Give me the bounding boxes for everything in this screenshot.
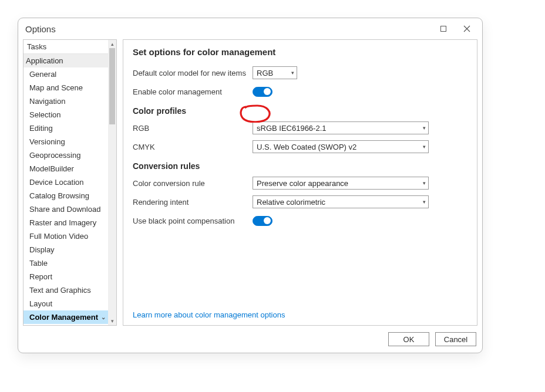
svg-rect-0 (441, 26, 446, 32)
sidebar-item-map-and-scene[interactable]: Map and Scene (23, 81, 108, 94)
dialog-footer: OK Cancel (18, 326, 482, 353)
conversion-rules-heading: Conversion rules (133, 161, 467, 171)
sidebar-item-device-location[interactable]: Device Location (23, 175, 108, 189)
rendering-intent-select[interactable]: Relative colorimetric ▾ (253, 195, 429, 208)
rendering-intent-value: Relative colorimetric (257, 198, 325, 207)
row-color-conversion-rule: Color conversion rule Preserve color app… (133, 175, 467, 191)
row-enable-color-management: Enable color management (133, 84, 467, 99)
color-conversion-rule-select[interactable]: Preserve color appearance ▾ (253, 177, 429, 190)
window-title: Options (25, 24, 432, 34)
sidebar-item-tasks[interactable]: Tasks (23, 40, 108, 54)
row-cmyk-profile: CMYK U.S. Web Coated (SWOP) v2 ▾ (133, 139, 467, 154)
cmyk-profile-value: U.S. Web Coated (SWOP) v2 (257, 143, 356, 151)
sidebar-item-raster-and-imagery[interactable]: Raster and Imagery (23, 216, 108, 229)
maximize-button[interactable] (432, 21, 455, 37)
caret-down-icon: ▾ (423, 144, 426, 150)
close-button[interactable] (455, 21, 479, 37)
caret-down-icon: ▾ (423, 180, 426, 186)
black-point-compensation-label: Use black point compensation (133, 217, 248, 225)
sidebar-item-full-motion-video[interactable]: Full Motion Video (23, 229, 108, 243)
scroll-track[interactable] (108, 48, 116, 317)
sidebar-item-color-management[interactable]: Color Management ⌄ (23, 310, 108, 324)
caret-down-icon: ▾ (291, 70, 294, 76)
cmyk-label: CMYK (133, 143, 248, 151)
sidebar-item-editing[interactable]: Editing (23, 121, 108, 135)
default-color-model-value: RGB (257, 69, 273, 77)
chevron-down-icon: ⌄ (101, 314, 106, 320)
scroll-up-arrow-icon[interactable]: ▴ (108, 40, 116, 48)
default-color-model-label: Default color model for new items (133, 69, 248, 77)
page-title: Set options for color management (133, 47, 467, 57)
learn-more-link[interactable]: Learn more about color management option… (133, 310, 285, 319)
default-color-model-select[interactable]: RGB ▾ (253, 66, 297, 79)
ok-button[interactable]: OK (388, 332, 429, 346)
color-conversion-rule-value: Preserve color appearance (257, 179, 348, 188)
main-content: Set options for color management Default… (123, 39, 477, 326)
row-rendering-intent: Rendering intent Relative colorimetric ▾ (133, 194, 467, 209)
scroll-thumb[interactable] (109, 48, 115, 124)
dialog-body: Tasks Application General Map and Scene … (18, 39, 482, 326)
sidebar-group-application[interactable]: Application (23, 54, 108, 67)
sidebar-item-layout[interactable]: Layout (23, 297, 108, 310)
color-conversion-rule-label: Color conversion rule (133, 179, 248, 188)
black-point-compensation-toggle[interactable] (253, 216, 272, 226)
caret-down-icon: ▾ (423, 125, 426, 131)
options-dialog: Options Tasks Application General Map an… (18, 18, 483, 353)
sidebar-item-modelbuilder[interactable]: ModelBuilder (23, 162, 108, 175)
sidebar-item-display[interactable]: Display (23, 243, 108, 256)
sidebar-item-share-and-download[interactable]: Share and Download (23, 202, 108, 216)
titlebar: Options (18, 18, 482, 39)
enable-color-management-toggle[interactable] (253, 87, 272, 97)
row-black-point-compensation: Use black point compensation (133, 213, 467, 228)
rgb-profile-value: sRGB IEC61966-2.1 (257, 124, 327, 133)
toggle-knob (264, 217, 271, 224)
sidebar-list: Tasks Application General Map and Scene … (23, 39, 117, 326)
row-default-color-model: Default color model for new items RGB ▾ (133, 65, 467, 80)
sidebar-item-table[interactable]: Table (23, 256, 108, 270)
cancel-button[interactable]: Cancel (435, 332, 476, 346)
cmyk-profile-select[interactable]: U.S. Web Coated (SWOP) v2 ▾ (253, 140, 429, 153)
sidebar-scrollbar[interactable]: ▴ ▾ (108, 40, 116, 325)
sidebar-item-navigation[interactable]: Navigation (23, 94, 108, 108)
scroll-down-arrow-icon[interactable]: ▾ (108, 317, 116, 325)
toggle-knob (264, 88, 271, 95)
sidebar: Tasks Application General Map and Scene … (23, 39, 117, 326)
rendering-intent-label: Rendering intent (133, 198, 248, 207)
row-rgb-profile: RGB sRGB IEC61966-2.1 ▾ (133, 120, 467, 136)
sidebar-item-catalog-browsing[interactable]: Catalog Browsing (23, 189, 108, 202)
enable-color-management-label: Enable color management (133, 87, 248, 96)
sidebar-item-report[interactable]: Report (23, 270, 108, 283)
caret-down-icon: ▾ (423, 199, 426, 205)
sidebar-item-versioning[interactable]: Versioning (23, 135, 108, 148)
color-profiles-heading: Color profiles (133, 106, 467, 116)
sidebar-item-selection[interactable]: Selection (23, 108, 108, 121)
sidebar-item-geoprocessing[interactable]: Geoprocessing (23, 148, 108, 162)
rgb-profile-select[interactable]: sRGB IEC61966-2.1 ▾ (253, 121, 429, 134)
rgb-label: RGB (133, 124, 248, 133)
sidebar-item-text-and-graphics[interactable]: Text and Graphics (23, 283, 108, 297)
sidebar-item-general[interactable]: General (23, 67, 108, 81)
sidebar-item-label: Color Management (29, 313, 98, 322)
main-panel: Set options for color management Default… (123, 39, 477, 326)
